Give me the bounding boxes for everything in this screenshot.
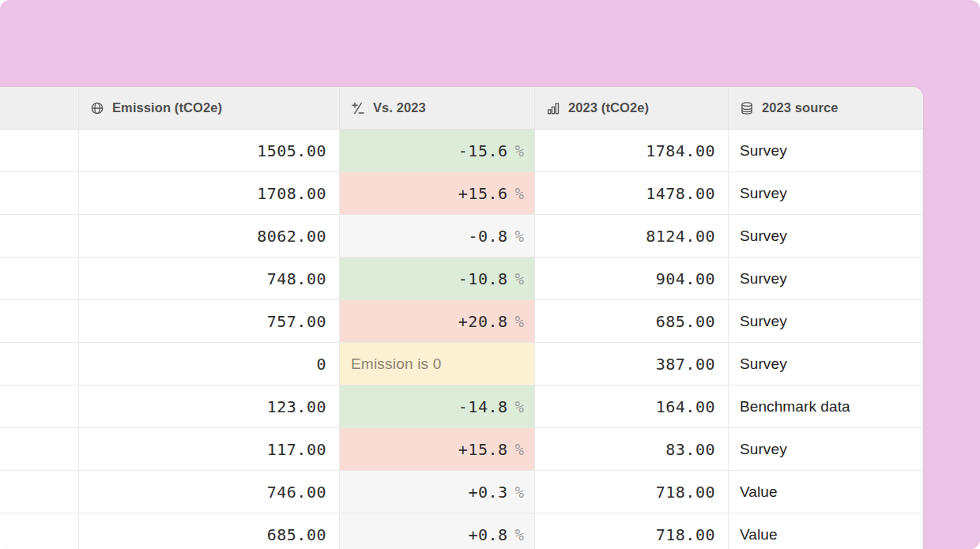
table-row: 0 Emission is 0 387.00 Survey (0, 343, 923, 385)
emission-cell[interactable]: 0 (79, 343, 340, 385)
source-cell[interactable]: Survey (729, 343, 923, 385)
source-cell[interactable]: Survey (729, 172, 923, 214)
2023-value-cell[interactable]: 904.00 (535, 258, 729, 299)
emission-cell[interactable]: 757.00 (79, 300, 340, 342)
emission-cell[interactable]: 1505.00 (79, 130, 340, 171)
emission-cell[interactable]: 746.00 (79, 471, 340, 513)
table-body: 1505.00 -15.6 % 1784.00 Survey 1708.00 +… (0, 130, 923, 549)
vs-2023-cell[interactable]: Emission is 0 (340, 343, 535, 385)
vs-2023-cell[interactable]: +0.8 % (340, 513, 535, 549)
2023-value: 8124.00 (646, 227, 715, 246)
2023-value: 387.00 (656, 355, 715, 374)
column-header-emission[interactable]: Emission (tCO2e) (79, 87, 340, 129)
2023-value-cell[interactable]: 1784.00 (535, 130, 729, 171)
percent-suffix: % (515, 398, 524, 416)
emission-value: 757.00 (267, 312, 326, 331)
column-header-row-handle[interactable] (0, 87, 79, 129)
source-cell[interactable]: Survey (729, 130, 923, 171)
emission-cell[interactable]: 748.00 (79, 258, 340, 299)
2023-value: 685.00 (656, 312, 715, 331)
emission-cell[interactable]: 117.00 (79, 428, 340, 470)
source-cell[interactable]: Survey (729, 300, 923, 342)
column-header-vs-2023[interactable]: Vs. 2023 (340, 87, 535, 129)
source-cell[interactable]: Survey (729, 215, 923, 257)
emission-value: 748.00 (267, 269, 326, 288)
row-handle-cell[interactable] (0, 428, 79, 470)
emission-cell[interactable]: 1708.00 (79, 172, 340, 214)
vs-2023-cell[interactable]: +15.6 % (340, 172, 535, 214)
vs-2023-value: +15.8 (458, 440, 508, 459)
emissions-table: Emission (tCO2e) Vs. 2023 2023 (tCO2e) (0, 87, 923, 549)
table-row: 8062.00 -0.8 % 8124.00 Survey (0, 215, 923, 258)
2023-value-cell[interactable]: 718.00 (535, 513, 729, 549)
globe-icon (90, 101, 104, 115)
vs-2023-value: +20.8 (458, 312, 508, 331)
row-handle-cell[interactable] (0, 172, 79, 214)
2023-value-cell[interactable]: 387.00 (535, 343, 729, 385)
row-handle-cell[interactable] (0, 215, 79, 257)
percent-suffix: % (515, 483, 524, 501)
2023-value: 718.00 (656, 525, 715, 544)
2023-value: 1784.00 (646, 141, 715, 160)
database-icon (740, 101, 754, 115)
2023-value-cell[interactable]: 83.00 (535, 428, 729, 470)
vs-2023-value: -0.8 (468, 227, 507, 246)
source-cell[interactable]: Survey (729, 258, 923, 299)
table-row: 1505.00 -15.6 % 1784.00 Survey (0, 130, 923, 172)
emission-cell[interactable]: 685.00 (79, 513, 340, 549)
column-header-2023-source[interactable]: 2023 source (729, 87, 923, 129)
table-row: 1708.00 +15.6 % 1478.00 Survey (0, 172, 923, 215)
2023-value-cell[interactable]: 8124.00 (535, 215, 729, 257)
vs-2023-cell[interactable]: -0.8 % (340, 215, 535, 257)
percent-suffix: % (515, 526, 524, 543)
2023-value-cell[interactable]: 1478.00 (535, 172, 729, 214)
page-header-band (0, 0, 980, 87)
vs-2023-cell[interactable]: +15.8 % (340, 428, 535, 470)
source-value: Survey (740, 441, 787, 458)
vs-2023-cell[interactable]: -15.6 % (340, 130, 535, 171)
vs-2023-value: +15.6 (458, 184, 508, 203)
row-handle-cell[interactable] (0, 471, 79, 513)
percent-suffix: % (515, 227, 524, 245)
emission-cell[interactable]: 8062.00 (79, 215, 340, 257)
source-cell[interactable]: Survey (729, 428, 923, 470)
row-handle-cell[interactable] (0, 300, 79, 342)
app-window: Emission (tCO2e) Vs. 2023 2023 (tCO2e) (0, 0, 980, 549)
source-value: Benchmark data (740, 398, 850, 416)
source-value: Survey (740, 142, 787, 160)
2023-value-cell[interactable]: 164.00 (535, 385, 729, 427)
emission-cell[interactable]: 123.00 (79, 385, 340, 427)
row-handle-cell[interactable] (0, 258, 79, 299)
row-handle-cell[interactable] (0, 513, 79, 549)
source-value: Survey (740, 270, 787, 288)
emission-value: 746.00 (267, 483, 326, 502)
emission-value: 1505.00 (257, 141, 326, 160)
vs-2023-cell[interactable]: -10.8 % (340, 258, 535, 299)
percent-suffix: % (515, 441, 524, 458)
vs-2023-value: +0.8 (468, 525, 507, 544)
source-cell[interactable]: Value (729, 471, 923, 513)
table-row: 746.00 +0.3 % 718.00 Value (0, 471, 923, 513)
table-row: 123.00 -14.8 % 164.00 Benchmark data (0, 385, 923, 428)
table-row: 685.00 +0.8 % 718.00 Value (0, 513, 923, 549)
emission-value: 0 (316, 355, 326, 374)
emission-value: 123.00 (267, 397, 326, 416)
vs-2023-cell[interactable]: +0.3 % (340, 471, 535, 513)
row-handle-cell[interactable] (0, 385, 79, 427)
vs-2023-value: Emission is 0 (351, 355, 442, 373)
source-value: Value (740, 483, 778, 501)
vs-2023-cell[interactable]: +20.8 % (340, 300, 535, 342)
source-cell[interactable]: Value (729, 513, 923, 549)
vs-2023-value: -10.8 (458, 269, 508, 288)
source-value: Survey (740, 185, 787, 202)
2023-value-cell[interactable]: 685.00 (535, 300, 729, 342)
2023-value: 718.00 (656, 483, 715, 502)
vs-2023-cell[interactable]: -14.8 % (340, 385, 535, 427)
vs-2023-value: +0.3 (468, 483, 507, 502)
column-header-2023-value[interactable]: 2023 (tCO2e) (535, 87, 729, 129)
2023-value: 83.00 (665, 440, 715, 459)
2023-value-cell[interactable]: 718.00 (535, 471, 729, 513)
row-handle-cell[interactable] (0, 343, 79, 385)
row-handle-cell[interactable] (0, 130, 79, 171)
source-cell[interactable]: Benchmark data (729, 385, 923, 427)
